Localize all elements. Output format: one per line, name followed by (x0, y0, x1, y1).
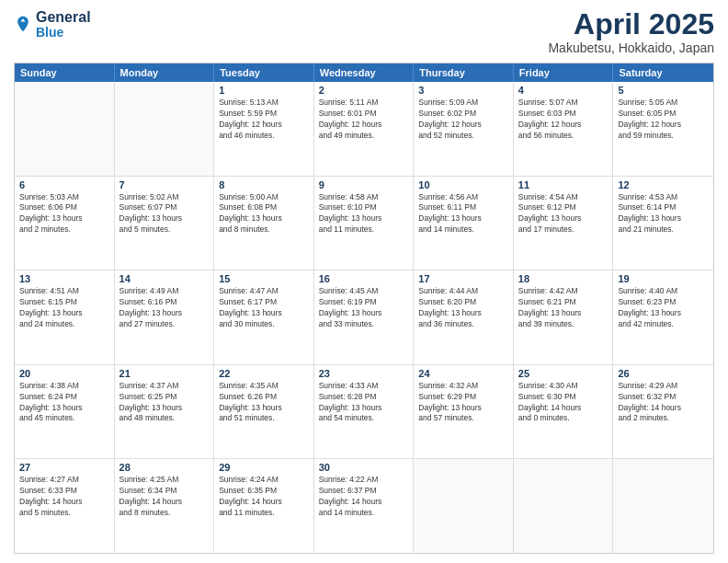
day-info: Sunrise: 4:42 AM Sunset: 6:21 PM Dayligh… (518, 286, 609, 330)
day-info: Sunrise: 4:56 AM Sunset: 6:11 PM Dayligh… (418, 192, 508, 236)
day-cell: 28Sunrise: 4:25 AM Sunset: 6:34 PM Dayli… (115, 459, 215, 553)
day-info: Sunrise: 5:13 AM Sunset: 5:59 PM Dayligh… (219, 98, 309, 142)
day-header-wednesday: Wednesday (314, 63, 415, 82)
day-number: 17 (418, 273, 508, 284)
day-number: 14 (119, 273, 210, 284)
day-info: Sunrise: 5:07 AM Sunset: 6:03 PM Dayligh… (518, 98, 609, 142)
day-info: Sunrise: 4:58 AM Sunset: 6:10 PM Dayligh… (319, 192, 409, 236)
logo-text: General Blue (36, 9, 91, 40)
day-cell: 2Sunrise: 5:11 AM Sunset: 6:01 PM Daylig… (314, 82, 415, 176)
day-info: Sunrise: 4:53 AM Sunset: 6:14 PM Dayligh… (618, 192, 709, 236)
day-info: Sunrise: 4:30 AM Sunset: 6:30 PM Dayligh… (518, 381, 609, 425)
day-number: 27 (19, 462, 109, 473)
day-cell: 12Sunrise: 4:53 AM Sunset: 6:14 PM Dayli… (613, 177, 713, 270)
day-cell (115, 82, 215, 176)
day-cell: 24Sunrise: 4:32 AM Sunset: 6:29 PM Dayli… (414, 365, 514, 459)
day-number: 25 (518, 368, 609, 379)
day-number: 12 (618, 179, 709, 190)
day-number: 30 (319, 462, 409, 473)
day-cell: 7Sunrise: 5:02 AM Sunset: 6:07 PM Daylig… (115, 177, 215, 270)
day-cell: 1Sunrise: 5:13 AM Sunset: 5:59 PM Daylig… (214, 82, 314, 176)
day-cell: 14Sunrise: 4:49 AM Sunset: 6:16 PM Dayli… (115, 270, 215, 364)
day-number: 5 (618, 85, 709, 96)
day-number: 7 (119, 179, 210, 190)
day-info: Sunrise: 4:38 AM Sunset: 6:24 PM Dayligh… (19, 381, 109, 425)
day-cell: 18Sunrise: 4:42 AM Sunset: 6:21 PM Dayli… (514, 270, 614, 364)
day-number: 21 (119, 368, 210, 379)
day-info: Sunrise: 5:02 AM Sunset: 6:07 PM Dayligh… (119, 192, 210, 236)
day-number: 1 (219, 85, 309, 96)
day-info: Sunrise: 4:25 AM Sunset: 6:34 PM Dayligh… (119, 475, 210, 519)
day-cell: 6Sunrise: 5:03 AM Sunset: 6:06 PM Daylig… (15, 177, 115, 270)
day-number: 26 (618, 368, 709, 379)
day-header-friday: Friday (514, 63, 614, 82)
day-cell: 15Sunrise: 4:47 AM Sunset: 6:17 PM Dayli… (214, 270, 314, 364)
day-cell (613, 459, 713, 553)
title-block: April 2025 Makubetsu, Hokkaido, Japan (548, 9, 714, 55)
day-number: 11 (518, 179, 609, 190)
day-number: 15 (219, 273, 309, 284)
day-number: 28 (119, 462, 210, 473)
day-info: Sunrise: 4:49 AM Sunset: 6:16 PM Dayligh… (119, 286, 210, 330)
day-number: 19 (618, 273, 709, 284)
day-number: 9 (319, 179, 409, 190)
day-info: Sunrise: 4:37 AM Sunset: 6:25 PM Dayligh… (119, 381, 210, 425)
week-row-5: 27Sunrise: 4:27 AM Sunset: 6:33 PM Dayli… (15, 459, 713, 553)
day-number: 10 (418, 179, 508, 190)
day-number: 23 (319, 368, 409, 379)
day-header-saturday: Saturday (613, 63, 713, 82)
week-row-1: 1Sunrise: 5:13 AM Sunset: 5:59 PM Daylig… (15, 82, 713, 177)
day-number: 16 (319, 273, 409, 284)
day-cell (414, 459, 514, 553)
month-title: April 2025 (548, 9, 714, 39)
day-info: Sunrise: 4:35 AM Sunset: 6:26 PM Dayligh… (219, 381, 309, 425)
header: General Blue April 2025 Makubetsu, Hokka… (14, 9, 714, 55)
day-info: Sunrise: 4:45 AM Sunset: 6:19 PM Dayligh… (319, 286, 409, 330)
day-number: 18 (518, 273, 609, 284)
day-header-thursday: Thursday (414, 63, 514, 82)
day-cell (514, 459, 614, 553)
day-number: 20 (19, 368, 109, 379)
calendar-body: 1Sunrise: 5:13 AM Sunset: 5:59 PM Daylig… (15, 82, 713, 553)
day-number: 24 (418, 368, 508, 379)
day-cell: 9Sunrise: 4:58 AM Sunset: 6:10 PM Daylig… (314, 177, 415, 270)
day-number: 22 (219, 368, 309, 379)
day-number: 2 (319, 85, 409, 96)
week-row-3: 13Sunrise: 4:51 AM Sunset: 6:15 PM Dayli… (15, 270, 713, 365)
day-info: Sunrise: 4:47 AM Sunset: 6:17 PM Dayligh… (219, 286, 309, 330)
day-info: Sunrise: 4:22 AM Sunset: 6:37 PM Dayligh… (319, 475, 409, 519)
logo: General Blue (14, 9, 91, 40)
day-cell: 8Sunrise: 5:00 AM Sunset: 6:08 PM Daylig… (214, 177, 314, 270)
day-cell: 5Sunrise: 5:05 AM Sunset: 6:05 PM Daylig… (613, 82, 713, 176)
week-row-4: 20Sunrise: 4:38 AM Sunset: 6:24 PM Dayli… (15, 365, 713, 460)
day-cell: 27Sunrise: 4:27 AM Sunset: 6:33 PM Dayli… (15, 459, 115, 553)
day-cell: 16Sunrise: 4:45 AM Sunset: 6:19 PM Dayli… (314, 270, 415, 364)
day-cell: 3Sunrise: 5:09 AM Sunset: 6:02 PM Daylig… (414, 82, 514, 176)
day-cell: 26Sunrise: 4:29 AM Sunset: 6:32 PM Dayli… (613, 365, 713, 459)
day-info: Sunrise: 4:29 AM Sunset: 6:32 PM Dayligh… (618, 381, 709, 425)
day-info: Sunrise: 4:54 AM Sunset: 6:12 PM Dayligh… (518, 192, 609, 236)
day-info: Sunrise: 5:09 AM Sunset: 6:02 PM Dayligh… (418, 98, 508, 142)
day-info: Sunrise: 5:05 AM Sunset: 6:05 PM Dayligh… (618, 98, 709, 142)
day-number: 29 (219, 462, 309, 473)
day-cell (15, 82, 115, 176)
day-info: Sunrise: 4:51 AM Sunset: 6:15 PM Dayligh… (19, 286, 109, 330)
day-cell: 29Sunrise: 4:24 AM Sunset: 6:35 PM Dayli… (214, 459, 314, 553)
day-number: 4 (518, 85, 609, 96)
day-headers: SundayMondayTuesdayWednesdayThursdayFrid… (15, 63, 713, 82)
day-number: 13 (19, 273, 109, 284)
day-cell: 13Sunrise: 4:51 AM Sunset: 6:15 PM Dayli… (15, 270, 115, 364)
day-cell: 4Sunrise: 5:07 AM Sunset: 6:03 PM Daylig… (514, 82, 614, 176)
day-cell: 25Sunrise: 4:30 AM Sunset: 6:30 PM Dayli… (514, 365, 614, 459)
day-cell: 30Sunrise: 4:22 AM Sunset: 6:37 PM Dayli… (314, 459, 415, 553)
day-info: Sunrise: 5:11 AM Sunset: 6:01 PM Dayligh… (319, 98, 409, 142)
day-cell: 21Sunrise: 4:37 AM Sunset: 6:25 PM Dayli… (115, 365, 215, 459)
day-header-monday: Monday (115, 63, 215, 82)
calendar-page: General Blue April 2025 Makubetsu, Hokka… (0, 0, 728, 563)
day-info: Sunrise: 4:24 AM Sunset: 6:35 PM Dayligh… (219, 475, 309, 519)
day-header-sunday: Sunday (15, 63, 115, 82)
day-info: Sunrise: 5:03 AM Sunset: 6:06 PM Dayligh… (19, 192, 109, 236)
day-info: Sunrise: 5:00 AM Sunset: 6:08 PM Dayligh… (219, 192, 309, 236)
day-cell: 11Sunrise: 4:54 AM Sunset: 6:12 PM Dayli… (514, 177, 614, 270)
day-info: Sunrise: 4:33 AM Sunset: 6:28 PM Dayligh… (319, 381, 409, 425)
